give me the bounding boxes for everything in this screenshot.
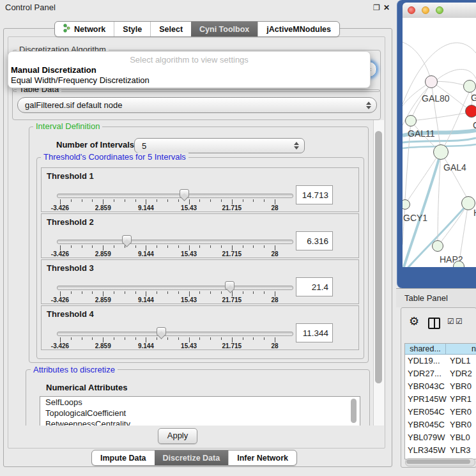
threshold-slider-track[interactable] <box>57 332 293 336</box>
threshold-label: Threshold 4 <box>47 309 94 319</box>
threshold-panel-4: Threshold 4 -3.4262.8599.14415.4321.7152… <box>41 305 359 350</box>
table-row[interactable]: YBR045CYBR0 <box>405 418 476 431</box>
column-header-name[interactable]: n <box>446 344 476 354</box>
thresholds-group-title: Threshold's Coordinates for 5 Intervals <box>41 153 188 161</box>
dropdown-option-equal-width[interactable]: Equal Width/Frequency Discretization <box>11 75 150 85</box>
table-hscrollbar-track[interactable] <box>405 458 475 466</box>
table-row[interactable]: YDL19...YDL1 <box>405 355 476 367</box>
network-window-titlebar[interactable] <box>403 3 476 19</box>
tab-style[interactable]: Style <box>114 22 150 36</box>
threshold-slider-track[interactable] <box>57 240 293 244</box>
bottom-tabbar: Impute Data Discretize Data Infer Networ… <box>91 450 297 466</box>
node-table: shared... n YDL19...YDL1 YDR27...YDR2 YB… <box>404 343 476 459</box>
threshold-value-field[interactable]: 21.4 <box>296 277 333 296</box>
table-panel-body: ⚙ ☑ ☑ shared... n YDL19...YDL1 YDR27...Y… <box>401 307 476 468</box>
apply-button[interactable]: Apply <box>158 428 197 444</box>
split-columns-icon[interactable] <box>428 318 440 329</box>
threshold-slider-thumb[interactable] <box>180 189 189 198</box>
zoom-button[interactable] <box>436 6 443 14</box>
algorithm-dropdown-popup: Select algorithm to view settings Manual… <box>8 51 371 88</box>
threshold-slider-thumb[interactable] <box>225 281 234 290</box>
network-node-label: G <box>471 93 476 103</box>
attributes-group-title: Attributes to discretize <box>31 365 118 374</box>
select-columns-icon[interactable]: ☑ <box>447 318 454 325</box>
gear-icon[interactable]: ⚙ <box>409 316 419 327</box>
tab-network[interactable]: Network <box>55 22 114 36</box>
attribute-item[interactable]: SelfLoops <box>40 397 360 408</box>
settings-scrollbar-thumb[interactable] <box>375 131 382 383</box>
num-intervals-label: Number of Intervals <box>56 140 134 150</box>
threshold-panel-2: Threshold 2 -3.4262.8599.14415.4321.7152… <box>41 213 359 258</box>
network-node[interactable] <box>463 80 476 93</box>
network-node-label: GAL80 <box>422 93 450 104</box>
threshold-value-field[interactable]: 6.316 <box>296 231 333 250</box>
tab-infer-network[interactable]: Infer Network <box>228 450 296 465</box>
minimize-button[interactable] <box>422 6 429 14</box>
threshold-panel-1: Threshold 1 -3.4262.8599.14415.4321.7152… <box>41 167 359 212</box>
network-node[interactable] <box>425 75 438 88</box>
network-node-label: GCY1 <box>403 213 427 223</box>
settings-viewport: Interval Definition Number of Intervals … <box>8 37 373 426</box>
threshold-slider-track[interactable] <box>57 286 293 290</box>
table-row[interactable]: YBR043CYBR0 <box>405 380 476 393</box>
numerical-attributes-label: Numerical Attributes <box>46 383 127 392</box>
dropdown-hint: Select algorithm to view settings <box>8 55 370 65</box>
table-row[interactable]: YPR145WYPR1 <box>405 393 476 406</box>
tab-jactivemnodules[interactable]: jActiveMNodules <box>257 22 339 36</box>
threshold-value-field[interactable]: 11.344 <box>296 323 333 342</box>
network-node-label: GAL11 <box>408 128 435 139</box>
table-header-row: shared... n <box>405 344 476 355</box>
spinner-arrows-icon <box>294 142 298 150</box>
table-row[interactable]: YLR345WYLR3 <box>405 444 476 457</box>
tab-impute-data[interactable]: Impute Data <box>92 450 155 465</box>
settings-scrollbar-track[interactable] <box>373 120 384 426</box>
network-canvas[interactable]: GAL80GCGAL11GAL4GCY1HHAP2 <box>403 18 476 267</box>
attribute-item[interactable]: TopologicalCoefficient <box>40 408 360 418</box>
network-node[interactable] <box>405 115 417 127</box>
slider-tick-labels: -3.4262.8599.14415.4321.71528 <box>60 296 275 303</box>
network-edges <box>403 18 476 267</box>
attributes-listbox: SelfLoops TopologicalCoefficient Between… <box>40 396 360 426</box>
threshold-label: Threshold 1 <box>47 171 94 181</box>
network-node-label: C <box>473 120 476 130</box>
table-hscrollbar-thumb[interactable] <box>406 459 470 464</box>
select-all-columns-icon[interactable]: ☑ <box>456 318 463 325</box>
table-panel-title: Table Panel <box>404 293 448 303</box>
attribute-item[interactable]: BetweennessCentrality <box>40 418 360 426</box>
attributes-list-scrollbar[interactable] <box>351 399 357 423</box>
dropdown-option-manual[interactable]: Manual Discretization <box>11 65 96 75</box>
slider-tick-labels: -3.4262.8599.14415.4321.71528 <box>60 342 275 349</box>
threshold-value-field[interactable]: 14.713 <box>296 185 333 204</box>
tab-discretize-data[interactable]: Discretize Data <box>155 450 229 465</box>
column-header-shared-name[interactable]: shared... <box>405 344 446 354</box>
network-window: GAL80GCGAL11GAL4GCY1HHAP2 <box>397 0 476 288</box>
app-root: Control Panel ❐ ✕ Network Style Select C… <box>0 0 476 476</box>
network-node-label: GAL4 <box>443 162 466 173</box>
network-icon <box>63 24 70 35</box>
slider-tick-labels: -3.4262.8599.14415.4321.71528 <box>60 250 275 257</box>
slider-tick-labels: -3.4262.8599.14415.4321.71528 <box>60 204 275 211</box>
table-row[interactable]: YBL079WYBL0 <box>405 431 476 444</box>
close-button[interactable] <box>408 6 415 14</box>
network-node[interactable] <box>432 240 443 252</box>
threshold-slider-track[interactable] <box>57 194 293 198</box>
table-panel-titlebar: Table Panel <box>396 288 476 307</box>
threshold-slider-thumb[interactable] <box>157 327 166 336</box>
num-intervals-value: 5 <box>135 141 304 151</box>
num-intervals-spinner[interactable]: 5 <box>134 138 305 153</box>
float-window-button[interactable]: ❐ <box>373 3 380 12</box>
panel-title: Control Panel <box>5 3 56 12</box>
tab-cyni-toolbox[interactable]: Cyni Toolbox <box>191 22 257 36</box>
tab-select[interactable]: Select <box>150 22 191 36</box>
close-panel-button[interactable]: ✕ <box>383 3 390 12</box>
network-node[interactable] <box>465 105 476 118</box>
table-row[interactable]: YDR27...YDR2 <box>405 367 476 380</box>
top-tabbar: Network Style Select Cyni Toolbox jActiv… <box>54 21 340 37</box>
network-node-label: H <box>473 208 476 218</box>
threshold-panel-3: Threshold 3 -3.4262.8599.14415.4321.7152… <box>41 259 359 304</box>
threshold-label: Threshold 2 <box>47 217 94 227</box>
tab-network-label: Network <box>74 25 105 34</box>
table-row[interactable]: YER054CYER0 <box>405 406 476 418</box>
network-node[interactable] <box>433 144 449 160</box>
threshold-slider-thumb[interactable] <box>122 235 132 244</box>
